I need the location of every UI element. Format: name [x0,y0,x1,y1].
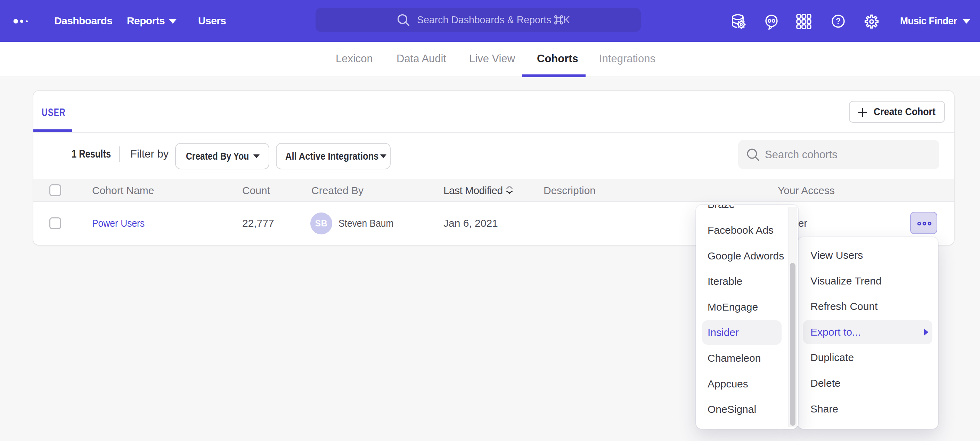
svg-text:?: ? [836,17,841,26]
